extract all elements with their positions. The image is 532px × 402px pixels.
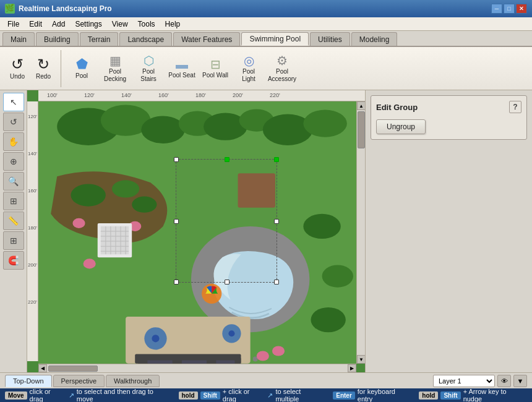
- minimize-button[interactable]: ─: [491, 4, 502, 14]
- pointer-tool[interactable]: ⊕: [3, 152, 24, 171]
- hold-label: hold: [179, 391, 198, 400]
- right-panel: Edit Group ? Ungroup: [365, 90, 532, 372]
- scroll-track-horizontal[interactable]: [47, 364, 348, 372]
- edit-group-header: Edit Group ?: [376, 101, 521, 113]
- layer-visibility-button[interactable]: 👁: [497, 375, 511, 387]
- pool-label: Pool: [75, 72, 88, 80]
- select-tool[interactable]: ↖: [3, 93, 24, 111]
- scroll-thumb-vertical[interactable]: [358, 111, 365, 148]
- status-action2: + click or drag: [223, 388, 265, 402]
- measure-tool[interactable]: 📏: [3, 212, 24, 230]
- tab-terrain[interactable]: Terrain: [80, 32, 119, 46]
- undo-button[interactable]: ↺ Undo: [5, 51, 30, 86]
- undo-tool[interactable]: ↺: [3, 113, 24, 131]
- pool-light-button[interactable]: ◎ Pool Light: [233, 51, 264, 86]
- svg-point-44: [303, 214, 340, 239]
- left-toolbox: ↖ ↺ ✋ ⊕ 🔍 ⊞ 📏 ⊞ 🧲: [0, 90, 27, 372]
- status-action3: for keyboard entry: [358, 388, 412, 402]
- svg-point-11: [132, 197, 157, 213]
- snap-tool[interactable]: 🧲: [3, 251, 24, 270]
- svg-point-3: [141, 116, 185, 143]
- tab-swimming-pool[interactable]: Swimming Pool: [241, 32, 309, 46]
- svg-point-8: [303, 109, 347, 137]
- menu-tools[interactable]: Tools: [133, 19, 160, 30]
- menu-help[interactable]: Help: [160, 19, 186, 30]
- pool-accessory-button[interactable]: ⚙ Pool Accessory: [267, 51, 298, 86]
- scroll-down-button[interactable]: ▼: [357, 355, 365, 364]
- pool-seat-icon: ▬: [176, 58, 188, 71]
- cursor-icon2: ↗: [267, 391, 273, 400]
- svg-point-43: [272, 346, 285, 356]
- scroll-track-vertical[interactable]: [357, 110, 365, 355]
- ruler-tick-left: 200': [28, 262, 37, 268]
- layer-options-button[interactable]: ▼: [513, 375, 527, 387]
- toolbar: ↺ Undo ↻ Redo ⬟ Pool ▦ Pool Decking ⬡ Po…: [0, 47, 532, 90]
- ruler-tick: 120': [84, 92, 95, 98]
- canvas-container[interactable]: 100' 120' 140' 160' 180' 200' 220' 120' …: [27, 90, 365, 372]
- tab-landscape[interactable]: Landscape: [119, 32, 172, 46]
- pool-seat-button[interactable]: ▬ Pool Seat: [166, 51, 197, 86]
- tab-perspective[interactable]: Perspective: [53, 375, 105, 387]
- ruler-tick: 100': [47, 92, 58, 98]
- tab-utilities[interactable]: Utilities: [310, 32, 350, 46]
- ungroup-button[interactable]: Ungroup: [376, 119, 426, 134]
- status-sep2: [328, 391, 330, 399]
- pool-decking-button[interactable]: ▦ Pool Decking: [100, 51, 131, 86]
- redo-button[interactable]: ↻ Redo: [31, 51, 56, 86]
- scroll-thumb-horizontal[interactable]: [48, 366, 98, 372]
- status-action4: + Arrow key to nudge: [463, 388, 527, 402]
- vertical-scrollbar[interactable]: ▲ ▼: [356, 101, 365, 364]
- pool-accessory-label: Pool Accessory: [268, 68, 296, 83]
- pool-wall-button[interactable]: ⊟ Pool Wall: [200, 51, 231, 86]
- menu-add[interactable]: Add: [47, 19, 70, 30]
- tab-top-down[interactable]: Top-Down: [5, 375, 52, 387]
- enter-label: Enter: [333, 391, 355, 400]
- svg-point-36: [228, 330, 234, 336]
- tab-modeling[interactable]: Modeling: [351, 32, 398, 46]
- zoom-tool[interactable]: 🔍: [3, 172, 24, 190]
- tab-walkthrough[interactable]: Walkthrough: [106, 375, 160, 387]
- pool-stairs-button[interactable]: ⬡ Pool Stairs: [133, 51, 164, 86]
- scroll-left-button[interactable]: ◀: [38, 364, 47, 372]
- horizontal-scrollbar[interactable]: ◀ ▶: [38, 364, 356, 372]
- pool-stairs-icon: ⬡: [144, 54, 154, 67]
- menu-edit[interactable]: Edit: [24, 19, 47, 30]
- zoom-area-tool[interactable]: ⊞: [3, 192, 24, 210]
- pan-tool[interactable]: ✋: [3, 132, 24, 151]
- pool-seat-label: Pool Seat: [168, 72, 195, 79]
- pool-wall-label: Pool Wall: [202, 72, 228, 79]
- ruler-tick: 160': [158, 92, 169, 98]
- layer-selector[interactable]: Layer 1 Layer 2 Layer 3: [433, 375, 495, 387]
- help-button[interactable]: ?: [509, 101, 521, 113]
- pool-icon: ⬟: [76, 58, 88, 71]
- shift-label: Shift: [200, 391, 220, 400]
- scroll-right-button[interactable]: ▶: [348, 364, 356, 372]
- close-button[interactable]: ✕: [516, 4, 527, 14]
- pool-light-label: Pool Light: [235, 68, 262, 83]
- maximize-button[interactable]: □: [504, 4, 515, 14]
- app-icon: 🌿: [5, 4, 15, 14]
- menu-settings[interactable]: Settings: [70, 19, 106, 30]
- tab-main[interactable]: Main: [2, 32, 35, 46]
- pool-stairs-label: Pool Stairs: [135, 68, 162, 83]
- tab-bar: Main Building Terrain Landscape Water Fe…: [0, 31, 532, 47]
- canvas-viewport[interactable]: [38, 101, 356, 364]
- svg-point-10: [112, 180, 139, 197]
- status-sep1: [174, 391, 176, 399]
- landscape-svg: [38, 101, 356, 364]
- svg-point-27: [84, 259, 96, 268]
- menu-view[interactable]: View: [107, 19, 133, 30]
- pool-button[interactable]: ⬟ Pool: [66, 51, 97, 86]
- tab-water-features[interactable]: Water Features: [173, 32, 240, 46]
- grid-tool[interactable]: ⊞: [3, 231, 24, 250]
- ruler-tick-left: 140': [28, 151, 37, 156]
- menu-file[interactable]: File: [2, 19, 24, 30]
- window-controls: ─ □ ✕: [491, 4, 527, 14]
- svg-point-46: [311, 307, 345, 332]
- undo-icon: ↺: [11, 57, 24, 72]
- ruler-tick: 140': [121, 92, 132, 98]
- scroll-up-button[interactable]: ▲: [357, 101, 365, 110]
- move-status: Move: [5, 391, 27, 400]
- window-title: Realtime Landscaping Pro: [19, 4, 491, 13]
- tab-building[interactable]: Building: [36, 32, 79, 46]
